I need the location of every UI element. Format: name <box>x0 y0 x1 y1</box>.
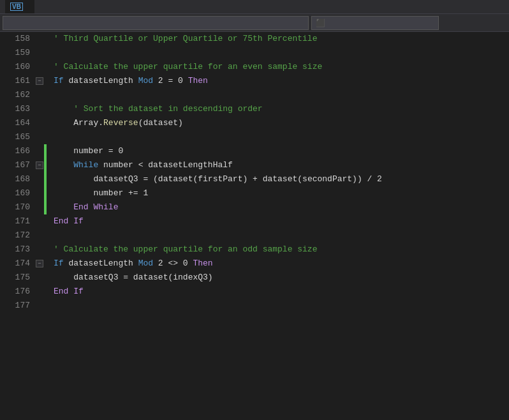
line-number: 163 <box>0 102 30 116</box>
arrays-dropdown[interactable] <box>3 16 309 30</box>
line-number: 164 <box>0 116 30 130</box>
code-line: End If <box>54 285 509 299</box>
code-line: End While <box>54 200 509 214</box>
line-number: 161 <box>0 74 30 88</box>
vb-icon: VB <box>10 3 23 11</box>
toolbar: ⬛ <box>0 14 509 32</box>
code-line: Array.Reverse(dataset) <box>54 116 509 130</box>
line-number: 167 <box>0 158 30 172</box>
code-line: End If <box>54 214 509 229</box>
code-line: datasetQ3 = dataset(indexQ3) <box>54 271 509 285</box>
line-number: 176 <box>0 285 30 299</box>
line-number: 174 <box>0 257 30 271</box>
code-line <box>54 46 509 60</box>
code-line: datasetQ3 = (dataset(firstPart) + datase… <box>54 172 509 186</box>
editor: 1581591601611621631641651661671681691701… <box>0 32 509 420</box>
line-number: 166 <box>0 144 30 158</box>
modified-indicator-bar <box>44 144 47 214</box>
indicator-column <box>44 32 47 420</box>
line-number: 168 <box>0 172 30 186</box>
collapse-button[interactable]: − <box>36 77 43 85</box>
line-number: 173 <box>0 243 30 257</box>
line-number: 169 <box>0 186 30 200</box>
title-bar: VB <box>0 0 509 14</box>
program-icon: ⬛ <box>316 19 325 27</box>
line-number: 165 <box>0 130 30 144</box>
code-line: ' Calculate the upper quartile for an od… <box>54 243 509 257</box>
code-line: ' Sort the dataset in descending order <box>54 102 509 116</box>
code-line: number = 0 <box>54 144 509 158</box>
code-line <box>54 88 509 102</box>
code-area: ' Third Quartile or Upper Quartile or 75… <box>47 32 509 420</box>
line-number: 160 <box>0 60 30 74</box>
line-number: 177 <box>0 299 30 313</box>
code-line: While number < datasetLengthHalf <box>54 158 509 172</box>
code-line: ' Third Quartile or Upper Quartile or 75… <box>54 32 509 46</box>
code-line <box>54 229 509 243</box>
code-line <box>54 299 509 313</box>
code-line: number += 1 <box>54 186 509 200</box>
code-line: ' Calculate the upper quartile for an ev… <box>54 60 509 74</box>
line-number: 171 <box>0 214 30 229</box>
collapse-column: −−− <box>35 32 44 420</box>
line-number: 172 <box>0 229 30 243</box>
line-numbers-gutter: 1581591601611621631641651661671681691701… <box>0 32 35 420</box>
line-number: 170 <box>0 200 30 214</box>
collapse-button[interactable]: − <box>36 161 43 169</box>
code-line: If datasetLength Mod 2 <> 0 Then <box>54 257 509 271</box>
program-dropdown[interactable]: ⬛ <box>311 16 439 30</box>
line-number: 175 <box>0 271 30 285</box>
line-number: 162 <box>0 88 30 102</box>
code-line <box>54 130 509 144</box>
line-number: 159 <box>0 46 30 60</box>
title-tab[interactable]: VB <box>5 0 34 13</box>
collapse-button[interactable]: − <box>36 260 43 267</box>
code-line: If datasetLength Mod 2 = 0 Then <box>54 74 509 88</box>
line-number: 158 <box>0 32 30 46</box>
